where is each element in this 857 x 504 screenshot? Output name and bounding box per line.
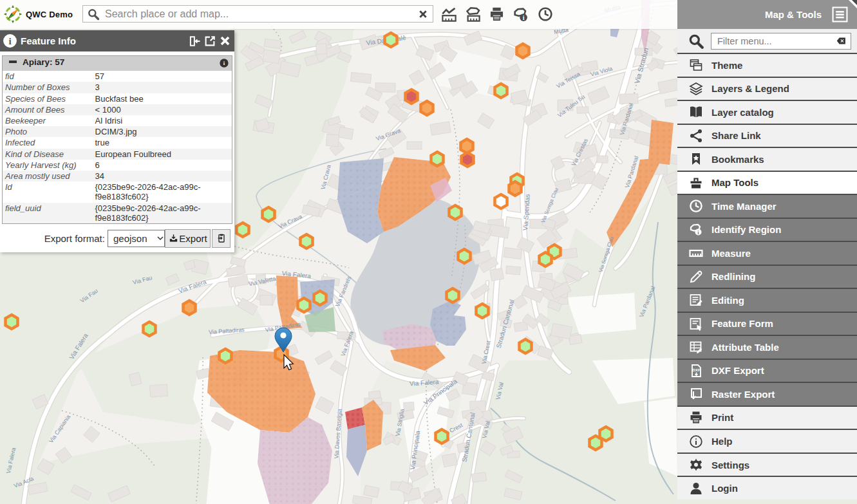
svg-text:i: i — [523, 14, 525, 21]
svg-text:DXF: DXF — [692, 368, 701, 372]
svg-text:i: i — [8, 36, 11, 46]
